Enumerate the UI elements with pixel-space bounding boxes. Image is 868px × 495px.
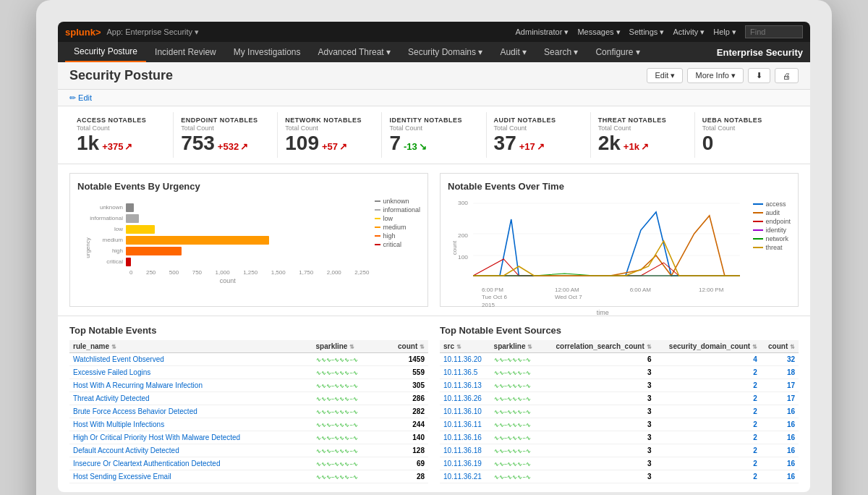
bar-row-medium: medium [86,236,369,245]
col-count[interactable]: count ⇅ [381,340,428,353]
col-rule-name[interactable]: rule_name ⇅ [69,340,312,353]
src-link[interactable]: 10.11.36.16 [443,433,482,441]
src-cell[interactable]: 10.11.36.21 [440,470,490,483]
col-src[interactable]: src ⇅ [440,340,490,353]
line-legend-item-access: access [753,200,791,208]
notable-card-ueba[interactable]: UEBA NOTABLES Total Count 0 [695,112,799,158]
print-button[interactable]: 🖨 [775,68,799,83]
nav-advanced-threat[interactable]: Advanced Threat ▾ [309,42,399,62]
src-cell[interactable]: 10.11.36.10 [440,405,490,418]
src-cell[interactable]: 10.11.36.26 [440,392,490,405]
event-name-cell[interactable]: Host With A Recurring Malware Infection [69,378,312,392]
nav-administrator[interactable]: Administrator ▾ [516,28,569,37]
edit-link[interactable]: ✏ Edit [69,93,92,102]
line-legend-color-access [753,203,763,205]
src-cell[interactable]: 10.11.36.11 [440,418,490,431]
event-name-cell[interactable]: Watchlisted Event Observed [69,352,312,365]
event-name-cell[interactable]: Insecure Or Cleartext Authentication Det… [69,457,312,470]
notable-value-row-endpoint: 753 +532 [181,133,270,153]
event-name-cell[interactable]: Host With Multiple Infections [69,418,312,431]
notable-card-identity[interactable]: IDENTITY NOTABLES Total Count 7 -13 [382,112,486,158]
nav-activity[interactable]: Activity ▾ [673,28,705,37]
notable-card-endpoint[interactable]: ENDPOINT NOTABLES Total Count 753 +532 [174,112,278,158]
src-cell[interactable]: 10.11.36.16 [440,431,490,444]
event-name-cell[interactable]: Host Sending Excessive Email [69,470,312,483]
more-info-button[interactable]: More Info ▾ [687,68,744,83]
nav-security-domains[interactable]: Security Domains ▾ [399,42,491,62]
nav-messages[interactable]: Messages ▾ [577,28,620,37]
app-name-label[interactable]: App: Enterprise Security ▾ [107,28,200,37]
event-name-link[interactable]: Host Sending Excessive Email [73,473,171,481]
col-count-src[interactable]: count ⇅ [761,340,799,353]
event-name-cell[interactable]: Threat Activity Detected [69,392,312,405]
notable-card-network[interactable]: NETWORK NOTABLES Total Count 109 +57 [278,112,382,158]
nav-audit[interactable]: Audit ▾ [491,42,535,62]
bar-legend-item-medium: medium [375,224,420,231]
event-name-cell[interactable]: Brute Force Access Behavior Detected [69,405,312,418]
event-name-cell[interactable]: Default Account Activity Detected [69,444,312,457]
event-name-link[interactable]: Threat Activity Detected [73,394,150,402]
col-sparkline-src[interactable]: sparkline ⇅ [490,340,542,353]
src-cell[interactable]: 10.11.36.19 [440,457,490,470]
col-sparkline[interactable]: sparkline ⇅ [312,340,381,353]
sec-domain-cell: 2 [655,444,761,457]
src-count-value: 16 [787,473,795,481]
event-name-link[interactable]: Host With A Recurring Malware Infection [73,381,203,389]
event-name-cell[interactable]: Excessive Failed Logins [69,365,312,378]
sec-domain-cell: 2 [655,457,761,470]
nav-help[interactable]: Help ▾ [713,28,736,37]
nav-incident-review[interactable]: Incident Review [146,42,225,62]
event-name-link[interactable]: Host With Multiple Infections [73,420,164,428]
bar-x-label: 2,250 [354,269,369,276]
col-corr-count[interactable]: correlation_search_count ⇅ [541,340,655,353]
corr-count-cell: 3 [541,444,655,457]
nav-search[interactable]: Search ▾ [535,42,587,62]
event-name-link[interactable]: High Or Critical Priority Host With Malw… [73,433,240,441]
nav-settings[interactable]: Settings ▾ [629,28,665,37]
src-link[interactable]: 10.11.36.20 [443,355,482,363]
col-sec-domain[interactable]: security_domain_count ⇅ [655,340,761,353]
src-link[interactable]: 10.11.36.21 [443,473,482,481]
notable-delta-threat: +1k [624,141,649,152]
notable-label-threat: THREAT NOTABLES [598,117,687,124]
count-cell: 305 [381,378,428,392]
src-link[interactable]: 10.11.36.11 [443,420,482,428]
event-name-link[interactable]: Excessive Failed Logins [73,368,150,376]
src-cell[interactable]: 10.11.36.18 [440,444,490,457]
notable-card-threat[interactable]: THREAT NOTABLES Total Count 2k +1k [591,112,695,158]
line-chart-area: 300 200 100 [458,198,747,299]
event-name-link[interactable]: Default Account Activity Detected [73,447,179,454]
event-name-link[interactable]: Brute Force Access Behavior Detected [73,407,197,415]
event-name-link[interactable]: Watchlisted Event Observed [73,355,164,363]
sparkline-cell: ∿∿∿~∿∿∿~∿ [312,405,381,418]
nav-my-investigations[interactable]: My Investigations [225,42,310,62]
src-link[interactable]: 10.11.36.26 [443,394,482,402]
event-name-link[interactable]: Insecure Or Cleartext Authentication Det… [73,460,220,468]
bar-x-label: 500 [169,269,179,276]
legend-color-critical [375,244,380,245]
src-cell[interactable]: 10.11.36.5 [440,365,490,378]
notable-card-access[interactable]: ACCESS NOTABLES Total Count 1k +375 [69,112,174,158]
bar-chart-area: unknown informational low medium high cr… [86,198,369,299]
src-sparkline-cell: ∿∿~∿∿∿~∿ [490,405,542,418]
notable-card-audit[interactable]: AUDIT NOTABLES Total Count 37 +17 [487,112,591,158]
src-link[interactable]: 10.11.36.5 [443,368,477,376]
nav-security-posture[interactable]: Security Posture [65,42,146,62]
header-buttons: Edit ▾ More Info ▾ ⬇ 🖨 [647,68,799,83]
event-name-cell[interactable]: High Or Critical Priority Host With Malw… [69,431,312,444]
src-cell[interactable]: 10.11.36.20 [440,352,490,365]
edit-button[interactable]: Edit ▾ [647,68,683,83]
legend-label-informational: informational [383,206,420,213]
bar-fill-unknown [126,203,134,212]
nav-configure[interactable]: Configure ▾ [587,42,648,62]
bar-x-label: 1,500 [271,269,286,276]
src-cell[interactable]: 10.11.36.13 [440,378,490,392]
top-search-input[interactable] [745,25,803,38]
svg-text:200: 200 [458,232,468,239]
src-link[interactable]: 10.11.36.19 [443,460,482,468]
src-link[interactable]: 10.11.36.10 [443,407,482,415]
src-link[interactable]: 10.11.36.13 [443,381,482,389]
sec-domain-value: 2 [753,381,757,389]
src-link[interactable]: 10.11.36.18 [443,447,482,454]
download-button[interactable]: ⬇ [748,68,770,83]
